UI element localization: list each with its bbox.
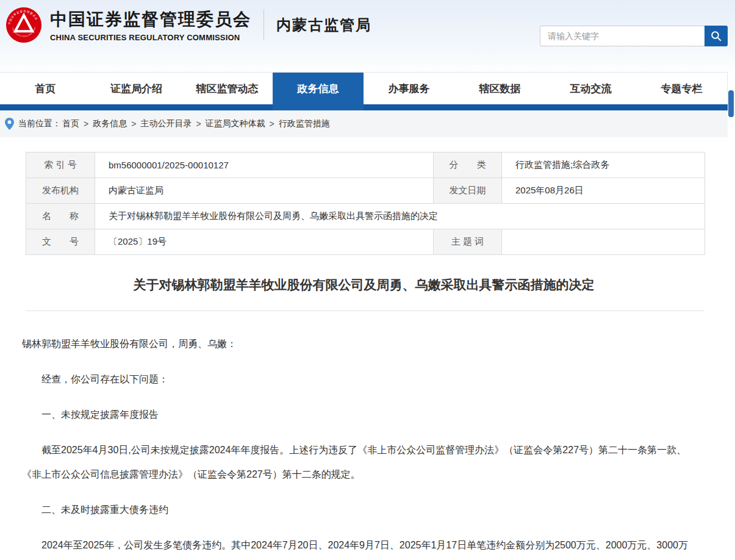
nav-bottom-strip	[0, 104, 728, 110]
brand-divider	[264, 10, 264, 40]
brand-text: 中国证券监督管理委员会 CHINA SECURITIES REGULATORY …	[50, 8, 251, 42]
page: 中国证券监督管理委员会 CHINA SECURITIES REGULATORY …	[0, 0, 735, 560]
article-paragraph: 经查，你公司存在以下问题：	[22, 367, 700, 392]
nav-item-bureau-intro[interactable]: 证监局介绍	[91, 73, 182, 104]
doc-name-value: 关于对锡林郭勒盟羊羊牧业股份有限公司及周勇、乌嫩采取出具警示函措施的决定	[95, 204, 705, 229]
issue-date-value: 2025年08月26日	[502, 178, 705, 204]
document-content: 索 引 号 bm56000001/2025-00010127 分 类 行政监管措…	[0, 152, 728, 558]
nav-item-regional-data[interactable]: 辖区数据	[454, 73, 545, 104]
title-divider	[26, 311, 705, 311]
main-nav: 首页 证监局介绍 辖区监管动态 政务信息 办事服务 辖区数据 互动交流 专题专栏	[0, 72, 728, 104]
scrollbar-thumb[interactable]	[728, 90, 734, 117]
nav-item-interaction[interactable]: 互动交流	[545, 73, 636, 104]
bureau-name: 内蒙古监管局	[276, 15, 371, 35]
publisher-label: 发布机构	[26, 178, 95, 204]
article-paragraph: 二、未及时披露重大债务违约	[22, 498, 700, 522]
article-title: 关于对锡林郭勒盟羊羊牧业股份有限公司及周勇、乌嫩采取出具警示函措施的决定	[26, 276, 702, 294]
breadcrumb: 当前位置： 首页 > 政务信息 > 主动公开目录 > 证监局文种体裁 > 行政监…	[0, 110, 728, 137]
index-number-value: bm56000001/2025-00010127	[95, 153, 434, 178]
article-paragraph: 锡林郭勒盟羊羊牧业股份有限公司，周勇、乌嫩：	[22, 332, 700, 356]
search-input[interactable]	[540, 26, 705, 46]
article-paragraph: 一、未按规定披露年度报告	[22, 403, 700, 427]
search-button[interactable]	[705, 26, 728, 46]
brand: 中国证券监督管理委员会 CHINA SECURITIES REGULATORY …	[5, 6, 371, 44]
org-name-en: CHINA SECURITIES REGULATORY COMMISSION	[50, 33, 251, 42]
breadcrumb-link-document-types[interactable]: 证监局文种体裁	[206, 118, 265, 129]
breadcrumb-separator: >	[84, 119, 88, 129]
table-row: 名 称 关于对锡林郭勒盟羊羊牧业股份有限公司及周勇、乌嫩采取出具警示函措施的决定	[26, 204, 705, 229]
search-icon	[711, 31, 722, 41]
nav-item-home[interactable]: 首页	[0, 73, 91, 104]
breadcrumb-separator: >	[270, 119, 274, 129]
search-bar	[540, 26, 728, 46]
publisher-value: 内蒙古证监局	[95, 178, 434, 204]
index-number-label: 索 引 号	[26, 153, 95, 178]
category-value: 行政监管措施;综合政务	[502, 153, 705, 178]
breadcrumb-separator: >	[196, 119, 201, 129]
subject-words-label: 主 题 词	[434, 229, 502, 255]
article-paragraph: 2024年至2025年，公司发生多笔债务违约。其中2024年7月20日、2024…	[22, 533, 700, 558]
breadcrumb-link-public-directory[interactable]: 主动公开目录	[140, 118, 192, 129]
document-info-table: 索 引 号 bm56000001/2025-00010127 分 类 行政监管措…	[26, 152, 705, 255]
breadcrumb-separator: >	[131, 119, 136, 129]
breadcrumb-link-admin-measures[interactable]: 行政监管措施	[279, 118, 330, 129]
table-row: 文 号 〔2025〕19号 主 题 词	[26, 229, 705, 255]
article-body: 锡林郭勒盟羊羊牧业股份有限公司，周勇、乌嫩： 经查，你公司存在以下问题： 一、未…	[22, 332, 700, 558]
breadcrumb-link-government-info[interactable]: 政务信息	[93, 118, 127, 129]
site-header: 中国证券监督管理委员会 CHINA SECURITIES REGULATORY …	[0, 0, 735, 72]
doc-number-value: 〔2025〕19号	[95, 229, 434, 255]
nav-item-special-topics[interactable]: 专题专栏	[636, 73, 727, 104]
subject-words-value	[502, 229, 705, 255]
table-row: 索 引 号 bm56000001/2025-00010127 分 类 行政监管措…	[26, 153, 705, 178]
doc-number-label: 文 号	[26, 229, 95, 255]
nav-item-regional-regulation-news[interactable]: 辖区监管动态	[182, 73, 273, 104]
article-paragraph: 截至2025年4月30日,公司未按规定披露2024年年度报告。上述行为违反了《非…	[22, 438, 700, 487]
table-row: 发布机构 内蒙古证监局 发文日期 2025年08月26日	[26, 178, 705, 204]
location-pin-icon	[5, 118, 14, 130]
nav-item-services[interactable]: 办事服务	[364, 73, 454, 104]
breadcrumb-prefix: 当前位置：	[18, 118, 61, 129]
csrc-logo-icon: 中国证券监督管理委员会 CHINA SECURITIES REGULATORY …	[5, 6, 43, 44]
nav-item-government-info[interactable]: 政务信息	[273, 73, 364, 104]
doc-name-label: 名 称	[26, 204, 95, 229]
issue-date-label: 发文日期	[434, 178, 502, 204]
org-name-cn: 中国证券监督管理委员会	[50, 8, 251, 31]
breadcrumb-link-home[interactable]: 首页	[62, 118, 79, 129]
category-label: 分 类	[434, 153, 502, 178]
